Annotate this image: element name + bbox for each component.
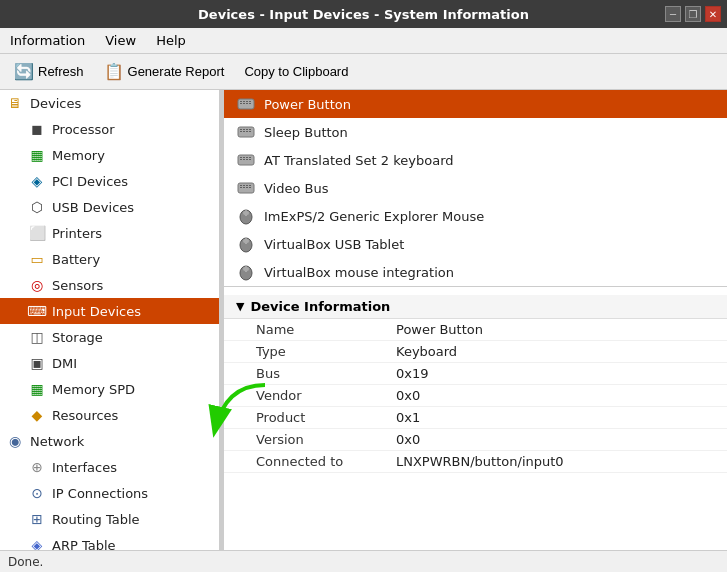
minimize-button[interactable]: ─ — [665, 6, 681, 22]
svg-rect-35 — [249, 187, 251, 188]
close-button[interactable]: ✕ — [705, 6, 721, 22]
sidebar-item-input[interactable]: ⌨Input Devices — [0, 298, 219, 324]
sidebar-label-memspd: Memory SPD — [52, 382, 135, 397]
svg-rect-13 — [249, 129, 251, 130]
sidebar-icon-battery: ▭ — [28, 250, 46, 268]
device-row-video-bus[interactable]: Video Bus — [224, 174, 727, 202]
sidebar-icon-interfaces: ⊕ — [28, 458, 46, 476]
info-label: Type — [256, 344, 396, 359]
menu-information[interactable]: Information — [6, 31, 89, 50]
sidebar-item-sensors[interactable]: ◎Sensors — [0, 272, 219, 298]
info-label: Connected to — [256, 454, 396, 469]
collapse-icon: ▼ — [236, 300, 244, 313]
main-area: 🖥Devices◼Processor▦Memory◈PCI Devices⬡US… — [0, 90, 727, 550]
svg-rect-19 — [240, 157, 242, 158]
sidebar-item-memory[interactable]: ▦Memory — [0, 142, 219, 168]
refresh-button[interactable]: 🔄 Refresh — [8, 60, 90, 83]
sidebar-item-arp[interactable]: ◈ARP Table — [0, 532, 219, 550]
device-label-video-bus: Video Bus — [264, 181, 329, 196]
info-label: Bus — [256, 366, 396, 381]
clipboard-label: Copy to Clipboard — [244, 64, 348, 79]
sidebar-item-devices[interactable]: 🖥Devices — [0, 90, 219, 116]
info-value: Power Button — [396, 322, 715, 337]
sidebar-item-usb[interactable]: ⬡USB Devices — [0, 194, 219, 220]
device-row-power-btn[interactable]: Power Button — [224, 90, 727, 118]
device-label-sleep-btn: Sleep Button — [264, 125, 348, 140]
sidebar-label-arp: ARP Table — [52, 538, 116, 551]
sidebar-icon-pci: ◈ — [28, 172, 46, 190]
sidebar-icon-storage: ◫ — [28, 328, 46, 346]
menu-view[interactable]: View — [101, 31, 140, 50]
device-label-imexps2: ImExPS/2 Generic Explorer Mouse — [264, 209, 484, 224]
info-label: Version — [256, 432, 396, 447]
svg-rect-12 — [246, 129, 248, 130]
report-label: Generate Report — [128, 64, 225, 79]
menu-help[interactable]: Help — [152, 31, 190, 50]
sidebar-label-devices: Devices — [30, 96, 81, 111]
sidebar-item-printers[interactable]: ⬜Printers — [0, 220, 219, 246]
info-row: Bus0x19 — [224, 363, 727, 385]
info-value: 0x0 — [396, 388, 715, 403]
device-row-vbox-mouse[interactable]: VirtualBox mouse integration — [224, 258, 727, 286]
svg-rect-7 — [246, 103, 248, 104]
titlebar: Devices - Input Devices - System Informa… — [0, 0, 727, 28]
svg-rect-11 — [243, 129, 245, 130]
svg-rect-6 — [243, 103, 245, 104]
sidebar-item-routing[interactable]: ⊞Routing Table — [0, 506, 219, 532]
info-row: TypeKeyboard — [224, 341, 727, 363]
svg-rect-17 — [249, 131, 251, 132]
sidebar-label-memory: Memory — [52, 148, 105, 163]
device-row-imexps2[interactable]: ImExPS/2 Generic Explorer Mouse — [224, 202, 727, 230]
sidebar-label-network: Network — [30, 434, 84, 449]
device-row-vbox-tablet[interactable]: VirtualBox USB Tablet — [224, 230, 727, 258]
device-icon-power-btn — [236, 94, 256, 114]
sidebar-icon-arp: ◈ — [28, 536, 46, 550]
sidebar-item-memspd[interactable]: ▦Memory SPD — [0, 376, 219, 402]
sidebar-item-ipconn[interactable]: ⊙IP Connections — [0, 480, 219, 506]
device-icon-imexps2 — [236, 206, 256, 226]
sidebar: 🖥Devices◼Processor▦Memory◈PCI Devices⬡US… — [0, 90, 220, 550]
svg-rect-24 — [243, 159, 245, 160]
sidebar-icon-network: ◉ — [6, 432, 24, 450]
info-row: Version0x0 — [224, 429, 727, 451]
sidebar-label-processor: Processor — [52, 122, 115, 137]
device-label-at-keyboard: AT Translated Set 2 keyboard — [264, 153, 454, 168]
status-text: Done. — [8, 555, 43, 569]
device-icon-at-keyboard — [236, 150, 256, 170]
svg-rect-22 — [249, 157, 251, 158]
sidebar-icon-printers: ⬜ — [28, 224, 46, 242]
sidebar-item-battery[interactable]: ▭Battery — [0, 246, 219, 272]
info-label: Name — [256, 322, 396, 337]
svg-rect-0 — [238, 99, 254, 109]
svg-rect-28 — [240, 185, 242, 186]
sidebar-item-interfaces[interactable]: ⊕Interfaces — [0, 454, 219, 480]
sidebar-label-printers: Printers — [52, 226, 102, 241]
info-row: NamePower Button — [224, 319, 727, 341]
svg-rect-3 — [246, 101, 248, 102]
sidebar-label-resources: Resources — [52, 408, 118, 423]
sidebar-item-network[interactable]: ◉Network — [0, 428, 219, 454]
info-label: Vendor — [256, 388, 396, 403]
device-row-at-keyboard[interactable]: AT Translated Set 2 keyboard — [224, 146, 727, 174]
sidebar-label-pci: PCI Devices — [52, 174, 128, 189]
sidebar-item-resources[interactable]: ◆Resources — [0, 402, 219, 428]
sidebar-label-input: Input Devices — [52, 304, 141, 319]
svg-rect-34 — [246, 187, 248, 188]
sidebar-item-dmi[interactable]: ▣DMI — [0, 350, 219, 376]
device-icon-vbox-mouse — [236, 262, 256, 282]
restore-button[interactable]: ❐ — [685, 6, 701, 22]
sidebar-label-battery: Battery — [52, 252, 100, 267]
refresh-icon: 🔄 — [14, 62, 34, 81]
device-label-power-btn: Power Button — [264, 97, 351, 112]
device-label-vbox-tablet: VirtualBox USB Tablet — [264, 237, 404, 252]
svg-rect-14 — [240, 131, 242, 132]
sidebar-icon-dmi: ▣ — [28, 354, 46, 372]
generate-report-button[interactable]: 📋 Generate Report — [98, 60, 231, 83]
copy-clipboard-button[interactable]: Copy to Clipboard — [238, 62, 354, 81]
device-row-sleep-btn[interactable]: Sleep Button — [224, 118, 727, 146]
svg-rect-16 — [246, 131, 248, 132]
sidebar-item-storage[interactable]: ◫Storage — [0, 324, 219, 350]
sidebar-item-pci[interactable]: ◈PCI Devices — [0, 168, 219, 194]
info-section-header[interactable]: ▼ Device Information — [224, 295, 727, 319]
sidebar-item-processor[interactable]: ◼Processor — [0, 116, 219, 142]
